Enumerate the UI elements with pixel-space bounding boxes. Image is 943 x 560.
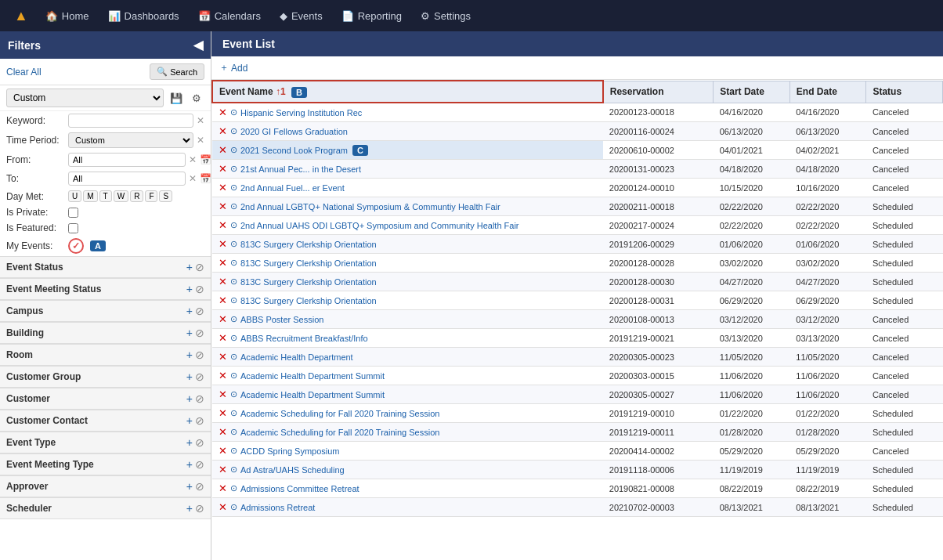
- event-name-link[interactable]: ABBS Poster Session: [240, 315, 323, 324]
- row-delete-icon[interactable]: ✕: [219, 332, 227, 344]
- nav-home[interactable]: 🏠 Home: [38, 5, 97, 27]
- row-delete-icon[interactable]: ✕: [219, 276, 227, 287]
- event-name-link[interactable]: 813C Surgery Clerkship Orientation: [240, 240, 377, 249]
- row-delete-icon[interactable]: ✕: [219, 464, 227, 475]
- keyword-clear-icon[interactable]: ✕: [197, 115, 204, 126]
- day-btn-M[interactable]: M: [83, 190, 97, 202]
- to-input[interactable]: [68, 172, 186, 186]
- is-featured-checkbox[interactable]: [68, 223, 78, 233]
- section-disable-icon[interactable]: ⊘: [195, 305, 204, 317]
- event-name-link[interactable]: Academic Health Department: [240, 352, 353, 362]
- nav-calendars[interactable]: 📅 Calendars: [190, 5, 269, 27]
- collapse-icon[interactable]: ◀: [193, 38, 203, 52]
- event-table-container[interactable]: Event Name ↑1 B Reservation Start Date E…: [211, 80, 943, 560]
- row-delete-icon[interactable]: ✕: [219, 426, 227, 438]
- event-name-link[interactable]: 813C Surgery Clerkship Orientation: [240, 277, 377, 287]
- event-name-link[interactable]: 2nd Annual Fuel... er Event: [240, 183, 345, 193]
- event-name-link[interactable]: 2nd Annual UAHS ODI LGBTQ+ Symposium and…: [240, 221, 519, 230]
- clear-all-link[interactable]: Clear All: [6, 67, 145, 78]
- row-delete-icon[interactable]: ✕: [219, 482, 227, 494]
- section-disable-icon[interactable]: ⊘: [195, 261, 204, 273]
- from-input[interactable]: [68, 153, 186, 167]
- col-header-status[interactable]: Status: [866, 81, 943, 103]
- section-add-icon[interactable]: +: [186, 458, 193, 471]
- keyword-input[interactable]: [68, 114, 193, 128]
- event-name-link[interactable]: 813C Surgery Clerkship Orientation: [240, 258, 377, 268]
- day-btn-F[interactable]: F: [145, 190, 157, 202]
- section-add-icon[interactable]: +: [186, 502, 193, 515]
- nav-dashboards[interactable]: 📊 Dashboards: [100, 5, 187, 27]
- row-delete-icon[interactable]: ✕: [219, 445, 227, 457]
- day-btn-R[interactable]: R: [130, 190, 143, 202]
- event-name-link[interactable]: Academic Health Department Summit: [240, 390, 385, 399]
- section-disable-icon[interactable]: ⊘: [195, 349, 204, 361]
- section-add-icon[interactable]: +: [186, 480, 193, 493]
- row-delete-icon[interactable]: ✕: [219, 407, 227, 419]
- day-btn-T[interactable]: T: [99, 190, 112, 202]
- section-add-icon[interactable]: +: [186, 392, 193, 405]
- row-delete-icon[interactable]: ✕: [219, 238, 227, 250]
- search-button[interactable]: 🔍 Search: [150, 63, 204, 80]
- section-add-icon[interactable]: +: [186, 349, 193, 361]
- save-filter-button[interactable]: 💾: [167, 91, 186, 106]
- col-header-reservation[interactable]: Reservation: [603, 81, 714, 103]
- row-delete-icon[interactable]: ✕: [219, 351, 227, 363]
- my-events-checkbox[interactable]: [68, 238, 84, 254]
- col-header-start[interactable]: Start Date: [714, 81, 790, 103]
- row-delete-icon[interactable]: ✕: [219, 107, 227, 118]
- row-delete-icon[interactable]: ✕: [219, 294, 227, 306]
- event-name-link[interactable]: 2nd Annual LGBTQ+ National Symposium & C…: [240, 202, 500, 211]
- nav-events[interactable]: ◆ Events: [272, 5, 331, 27]
- event-name-link[interactable]: Ad Astra/UAHS Scheduling: [240, 465, 345, 475]
- section-add-icon[interactable]: +: [186, 261, 193, 273]
- section-add-icon[interactable]: +: [186, 370, 193, 383]
- to-calendar-icon[interactable]: 📅: [200, 173, 211, 184]
- event-name-link[interactable]: Academic Health Department Summit: [240, 371, 385, 381]
- is-private-checkbox[interactable]: [68, 208, 78, 218]
- time-period-clear-icon[interactable]: ✕: [197, 135, 204, 146]
- row-delete-icon[interactable]: ✕: [219, 370, 227, 381]
- row-delete-icon[interactable]: ✕: [219, 501, 227, 513]
- to-clear-icon[interactable]: ✕: [189, 173, 197, 184]
- event-name-link[interactable]: ABBS Recruitment Breakfast/Info: [240, 334, 368, 343]
- day-btn-U[interactable]: U: [68, 190, 81, 202]
- row-delete-icon[interactable]: ✕: [219, 163, 227, 175]
- event-name-link[interactable]: Academic Scheduling for Fall 2020 Traini…: [240, 409, 439, 418]
- row-delete-icon[interactable]: ✕: [219, 257, 227, 269]
- event-name-link[interactable]: 21st Annual Pec... in the Desert: [240, 164, 361, 174]
- section-disable-icon[interactable]: ⊘: [195, 458, 204, 471]
- section-disable-icon[interactable]: ⊘: [195, 414, 204, 427]
- section-add-icon[interactable]: +: [186, 327, 193, 339]
- filter-preset-select[interactable]: Custom: [6, 89, 164, 107]
- row-delete-icon[interactable]: ✕: [219, 201, 227, 212]
- day-btn-W[interactable]: W: [114, 190, 128, 202]
- section-disable-icon[interactable]: ⊘: [195, 370, 204, 383]
- from-clear-icon[interactable]: ✕: [189, 154, 197, 165]
- day-btn-S[interactable]: S: [159, 190, 172, 202]
- row-delete-icon[interactable]: ✕: [219, 313, 227, 325]
- event-name-link[interactable]: Admissions Retreat: [240, 503, 315, 512]
- row-delete-icon[interactable]: ✕: [219, 219, 227, 231]
- event-name-link[interactable]: ACDD Spring Symposium: [240, 446, 340, 456]
- section-disable-icon[interactable]: ⊘: [195, 436, 204, 449]
- event-name-link[interactable]: Academic Scheduling for Fall 2020 Traini…: [240, 428, 439, 437]
- col-header-end[interactable]: End Date: [789, 81, 866, 103]
- section-disable-icon[interactable]: ⊘: [195, 327, 204, 339]
- event-name-link[interactable]: 813C Surgery Clerkship Orientation: [240, 296, 377, 305]
- nav-settings[interactable]: ⚙ Settings: [413, 5, 479, 27]
- event-name-link[interactable]: 2020 GI Fellows Graduation: [240, 127, 348, 136]
- from-calendar-icon[interactable]: 📅: [200, 154, 211, 165]
- add-button[interactable]: ＋ Add: [219, 61, 247, 74]
- section-add-icon[interactable]: +: [186, 414, 193, 427]
- filter-options-button[interactable]: ⚙: [189, 91, 204, 106]
- event-name-link[interactable]: 2021 Second Look Program: [240, 146, 348, 155]
- section-disable-icon[interactable]: ⊘: [195, 502, 204, 515]
- time-period-select[interactable]: Custom: [68, 132, 193, 148]
- event-name-link[interactable]: Hispanic Serving Institution Rec: [240, 108, 362, 117]
- section-disable-icon[interactable]: ⊘: [195, 480, 204, 493]
- section-disable-icon[interactable]: ⊘: [195, 392, 204, 405]
- col-header-name[interactable]: Event Name ↑1 B: [212, 81, 603, 103]
- section-add-icon[interactable]: +: [186, 283, 193, 295]
- section-add-icon[interactable]: +: [186, 305, 193, 317]
- row-delete-icon[interactable]: ✕: [219, 125, 227, 137]
